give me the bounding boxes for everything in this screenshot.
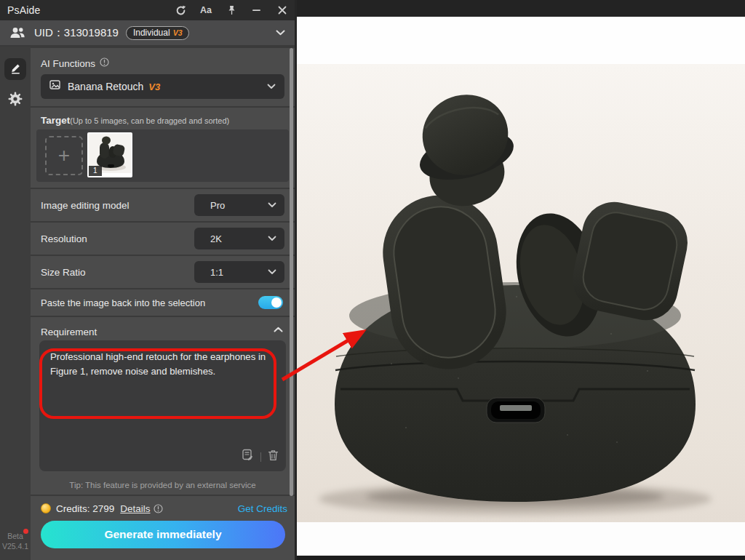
- plan-version: V3: [173, 28, 183, 37]
- target-thumbnail[interactable]: 1: [87, 132, 132, 177]
- notification-dot: [23, 529, 28, 534]
- chevron-down-icon: [267, 84, 276, 89]
- requirement-textarea[interactable]: Professional high-end retouch for the ea…: [39, 340, 286, 471]
- model-label: Image editing model: [41, 200, 130, 211]
- chevron-down-icon: [268, 202, 276, 208]
- users-icon: [9, 26, 26, 39]
- refresh-icon[interactable]: [173, 3, 188, 17]
- settings-tool-button[interactable]: [8, 92, 23, 109]
- close-button[interactable]: [275, 3, 290, 17]
- psaide-plugin-window: PsAide Aa UID：313019819 Individual V3: [0, 0, 745, 560]
- version-label: V25.4.1: [2, 542, 28, 551]
- document-canvas: [297, 0, 745, 560]
- resolution-row: Resolution 2K: [31, 223, 295, 255]
- size-ratio-value: 1:1: [210, 267, 223, 278]
- pencil-icon: [9, 62, 22, 77]
- target-section: Target(Up to 5 images, can be dragged an…: [31, 108, 295, 188]
- target-label: Target: [41, 115, 70, 126]
- image-edit-icon: [49, 79, 61, 94]
- chevron-down-icon: [268, 236, 276, 241]
- target-hint: (Up to 5 images, can be dragged and sort…: [70, 116, 229, 125]
- canvas-white-margin-bottom: [297, 522, 745, 556]
- credits-count: Credits: 2799: [56, 503, 114, 514]
- model-dropdown[interactable]: Pro: [194, 194, 284, 216]
- gear-icon: [8, 92, 23, 109]
- requirement-text: Professional high-end retouch for the ea…: [50, 351, 266, 377]
- resolution-label: Resolution: [41, 233, 87, 244]
- tool-rail: Beta V25.4.1: [0, 47, 31, 560]
- external-service-tip: Tip: This feature is provided by an exte…: [31, 481, 295, 489]
- resolution-dropdown[interactable]: 2K: [194, 228, 284, 249]
- beta-label: Beta: [7, 532, 23, 540]
- info-icon[interactable]: [100, 57, 109, 70]
- canvas-bottom-strip: [297, 556, 745, 560]
- paste-back-label: Paste the image back into the selection: [41, 297, 205, 308]
- add-image-button[interactable]: +: [45, 136, 83, 175]
- ai-functions-label: AI Functions: [41, 58, 95, 69]
- plan-name: Individual: [133, 28, 170, 38]
- usb-port: [487, 398, 545, 423]
- info-icon[interactable]: [154, 504, 163, 513]
- paste-back-toggle[interactable]: [258, 296, 283, 309]
- selected-function: Banana Retouch: [68, 81, 143, 92]
- app-title: PsAide: [7, 4, 41, 16]
- canvas-white-margin-top: [297, 17, 745, 64]
- panel-scrollbar[interactable]: [290, 48, 293, 496]
- size-ratio-dropdown[interactable]: 1:1: [194, 261, 284, 283]
- paste-back-row: Paste the image back into the selection: [31, 289, 295, 316]
- prompt-template-icon[interactable]: [242, 449, 254, 465]
- footer-section: Credits: 2799 Details Get Credits Genera…: [31, 496, 295, 560]
- function-version: V3: [148, 81, 160, 92]
- requirement-section: Requirement Professional high-end retouc…: [31, 317, 295, 495]
- account-chevron-down-icon[interactable]: [276, 30, 285, 36]
- plan-badge: Individual V3: [126, 26, 190, 40]
- generate-button[interactable]: Generate immediately: [41, 521, 285, 548]
- model-value: Pro: [210, 200, 225, 211]
- canvas-top-strip: [297, 0, 745, 17]
- minimize-button[interactable]: [250, 3, 264, 17]
- function-select[interactable]: Banana Retouch V3: [41, 74, 284, 99]
- version-info: Beta V25.4.1: [0, 531, 31, 551]
- coin-icon: [41, 503, 51, 513]
- target-images-container: + 1: [36, 129, 289, 182]
- chevron-down-icon: [268, 269, 276, 275]
- uid-value: UID：313019819: [34, 26, 119, 40]
- credits-details-link[interactable]: Details: [120, 503, 150, 514]
- get-credits-link[interactable]: Get Credits: [238, 503, 287, 514]
- edit-tool-button[interactable]: [4, 58, 26, 80]
- requirement-label: Requirement: [41, 327, 97, 337]
- size-ratio-label: Size Ratio: [41, 267, 86, 278]
- size-ratio-row: Size Ratio 1:1: [31, 256, 295, 288]
- account-bar[interactable]: UID：313019819 Individual V3: [0, 20, 297, 47]
- titlebar: PsAide Aa: [0, 0, 297, 20]
- font-size-button[interactable]: Aa: [199, 3, 213, 17]
- ai-functions-section: AI Functions Banana Retouch V3: [31, 48, 295, 106]
- resolution-value: 2K: [210, 233, 222, 244]
- thumbnail-index-badge: 1: [89, 166, 102, 176]
- pin-icon[interactable]: [224, 3, 239, 17]
- product-illustration: [297, 64, 745, 522]
- trash-icon[interactable]: [268, 449, 279, 465]
- toggle-knob: [271, 297, 282, 308]
- divider: [260, 452, 261, 462]
- earbuds-product-photo[interactable]: [297, 64, 745, 522]
- model-row: Image editing model Pro: [31, 189, 295, 221]
- panel-divider: [295, 0, 297, 560]
- collapse-chevron-up-icon[interactable]: [274, 327, 283, 332]
